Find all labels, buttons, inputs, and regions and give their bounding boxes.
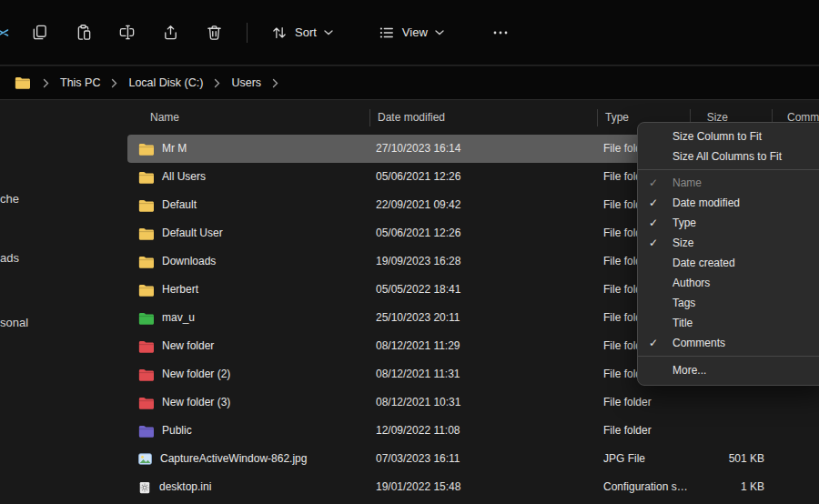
column-header-date-modified[interactable]: Date modified [378, 101, 445, 135]
file-date-modified: 12/09/2022 11:08 [376, 417, 594, 445]
file-type: JPG File [603, 445, 693, 473]
menu-item-type[interactable]: ✓Type [638, 213, 819, 233]
menu-item-label: Name [672, 176, 702, 189]
chevron-down-icon [435, 30, 444, 35]
menu-item-title[interactable]: Title [638, 313, 819, 333]
file-explorer-window: Sort View This PC Local Disk (C:) Users … [0, 0, 819, 504]
sort-button[interactable]: Sort [262, 16, 342, 49]
file-date-modified: 19/01/2022 15:48 [376, 473, 594, 501]
file-date-modified: 22/09/2021 09:42 [376, 191, 594, 219]
file-date-modified: 19/09/2023 16:28 [376, 247, 594, 276]
file-size [697, 388, 764, 417]
file-date-modified: 05/06/2021 12:26 [376, 219, 594, 247]
copy-icon [31, 24, 48, 41]
folder-icon [138, 312, 154, 325]
file-name: All Users [162, 163, 206, 191]
chevron-right-icon[interactable] [43, 78, 49, 88]
menu-item-more[interactable]: More... [638, 359, 819, 381]
file-name: Public [162, 417, 192, 445]
file-type: File folder [603, 417, 693, 445]
file-name-cell: New folder (3) [138, 388, 368, 417]
file-type: Configuration settings [603, 473, 693, 501]
trash-icon [206, 24, 223, 41]
file-name-cell: Public [138, 417, 368, 445]
see-more-button[interactable] [484, 16, 517, 49]
file-size [697, 417, 764, 445]
file-row[interactable]: desktop.ini19/01/2022 15:48Configuration… [127, 473, 819, 501]
menu-item-size-all-columns-to-fit[interactable]: Size All Columns to Fit [638, 146, 819, 166]
folder-icon [138, 171, 154, 184]
file-name-cell: mav_u [138, 304, 368, 332]
nav-item-fragment[interactable]: che [0, 192, 19, 206]
check-icon: ✓ [645, 176, 672, 189]
file-name-cell: Default [138, 191, 368, 219]
file-type: File folder [603, 388, 693, 417]
file-row[interactable]: CaptureActiveWindow-862.jpg07/03/2023 16… [127, 445, 819, 473]
scissors-icon [0, 23, 11, 43]
check-icon: ✓ [645, 197, 672, 209]
cut-button[interactable] [0, 16, 12, 49]
column-resize-handle[interactable] [597, 109, 598, 126]
file-name-cell: CaptureActiveWindow-862.jpg [138, 445, 368, 473]
folder-icon [138, 199, 154, 212]
address-bar[interactable]: This PC Local Disk (C:) Users [0, 66, 819, 100]
menu-item-size-column-to-fit[interactable]: Size Column to Fit [638, 126, 819, 146]
delete-button[interactable] [197, 16, 230, 49]
menu-item-name[interactable]: ✓Name [638, 173, 819, 193]
chevron-right-icon[interactable] [111, 78, 117, 88]
breadcrumb-users[interactable]: Users [226, 74, 267, 92]
menu-item-label: Size Column to Fit [672, 130, 762, 143]
rename-button[interactable] [110, 16, 143, 49]
menu-separator [638, 356, 819, 357]
file-name-cell: New folder (2) [138, 360, 368, 388]
menu-item-label: Date modified [672, 197, 740, 209]
menu-item-label: Comments [672, 337, 725, 349]
file-name-cell: All Users [138, 163, 368, 191]
file-row[interactable]: New folder (3)08/12/2021 10:31File folde… [127, 388, 819, 417]
chevron-right-icon[interactable] [272, 78, 278, 88]
file-date-modified: 08/12/2021 11:29 [376, 332, 594, 360]
paste-button[interactable] [66, 16, 99, 49]
file-date-modified: 25/10/2023 20:11 [376, 304, 594, 332]
file-name: New folder [162, 332, 214, 360]
file-row[interactable]: Public12/09/2022 11:08File folder [127, 417, 819, 445]
menu-item-tags[interactable]: Tags [638, 293, 819, 313]
menu-item-label: Authors [672, 277, 710, 289]
folder-icon [138, 397, 154, 409]
folder-icon [138, 256, 154, 268]
file-date-modified: 05/05/2022 18:41 [376, 276, 594, 304]
menu-item-size[interactable]: ✓Size [638, 233, 819, 253]
share-button[interactable] [154, 16, 187, 49]
column-header-name[interactable]: Name [150, 101, 179, 135]
menu-item-authors[interactable]: Authors [638, 273, 819, 293]
menu-item-date-created[interactable]: Date created [638, 253, 819, 273]
share-icon [162, 24, 179, 41]
image-file-icon [138, 453, 152, 465]
file-name: New folder (3) [162, 388, 230, 417]
file-name: Herbert [162, 276, 198, 304]
breadcrumb-this-pc[interactable]: This PC [55, 74, 106, 92]
menu-item-date-modified[interactable]: ✓Date modified [638, 193, 819, 213]
check-icon: ✓ [645, 337, 672, 349]
rename-icon [118, 24, 136, 41]
menu-item-label: Size All Columns to Fit [672, 150, 782, 163]
column-resize-handle[interactable] [369, 109, 370, 126]
location-folder-icon [15, 76, 30, 89]
file-date-modified: 08/12/2021 11:31 [376, 360, 594, 388]
file-name-cell: Downloads [138, 247, 368, 276]
column-header-type[interactable]: Type [605, 101, 629, 135]
menu-separator [638, 169, 819, 170]
nav-item-fragment[interactable]: sonal [0, 316, 28, 329]
file-name: CaptureActiveWindow-862.jpg [160, 445, 307, 473]
file-name: Default User [162, 219, 223, 247]
chevron-right-icon[interactable] [214, 78, 220, 88]
folder-icon [138, 368, 154, 381]
copy-button[interactable] [23, 16, 56, 49]
command-bar: Sort View [0, 0, 819, 66]
menu-item-label: Type [672, 217, 696, 229]
folder-icon [138, 227, 154, 240]
nav-item-fragment[interactable]: ads [0, 251, 19, 265]
view-button[interactable]: View [369, 16, 453, 49]
menu-item-comments[interactable]: ✓Comments [638, 333, 819, 353]
breadcrumb-local-disk-c[interactable]: Local Disk (C:) [123, 74, 208, 92]
